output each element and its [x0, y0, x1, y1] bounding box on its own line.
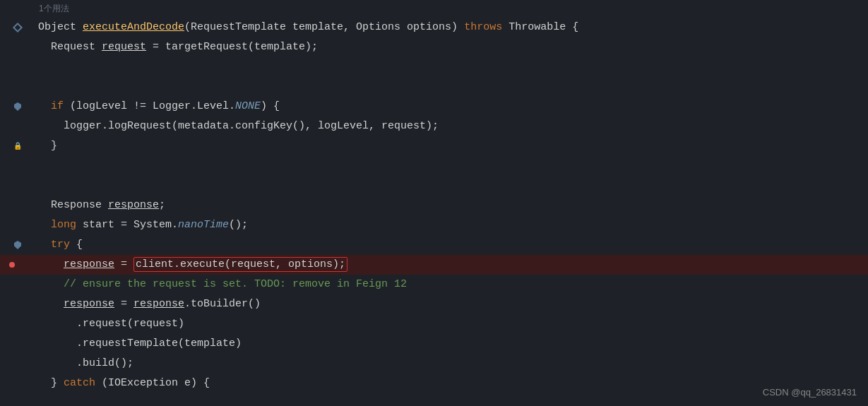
- code-line: response = client.execute(request, optio…: [0, 255, 868, 275]
- gutter: [0, 215, 35, 235]
- line-content: Request request = targetRequest(template…: [35, 37, 868, 57]
- token: response: [64, 298, 114, 310]
- gutter: [0, 275, 35, 294]
- token: nanoTime: [178, 219, 229, 231]
- line-content: long start = System.nanoTime();: [35, 215, 868, 235]
- gutter: [0, 294, 35, 314]
- token: }: [38, 140, 57, 152]
- code-line: Response response;: [0, 196, 868, 215]
- line-content: } catch (IOException e) {: [35, 374, 868, 393]
- token: [38, 278, 64, 290]
- empty-line: [0, 156, 868, 176]
- token: {: [70, 239, 83, 251]
- code-line: long start = System.nanoTime();: [0, 215, 868, 235]
- token: logger.logRequest(metadata.configKey(), …: [38, 120, 439, 132]
- token: catch: [64, 377, 95, 389]
- token: }: [38, 377, 64, 389]
- watermark: CSDN @qq_26831431: [763, 387, 857, 398]
- code-area: Object executeAndDecode(RequestTemplate …: [0, 18, 868, 393]
- line-content: Object executeAndDecode(RequestTemplate …: [35, 18, 868, 37]
- token: Request: [38, 41, 102, 53]
- gutter-reddot-icon: [12, 259, 23, 270]
- token: response: [108, 199, 159, 211]
- gutter: [0, 374, 35, 393]
- empty-line: [0, 57, 868, 77]
- usage-hint: 1个用法: [0, 0, 868, 18]
- line-content: .requestTemplate(template): [35, 334, 868, 354]
- token: throws: [464, 21, 502, 33]
- token: .toBuilder(): [184, 298, 261, 310]
- gutter: [0, 334, 35, 354]
- line-content: [35, 77, 868, 97]
- token: .build();: [38, 357, 133, 369]
- line-content: .build();: [35, 354, 868, 374]
- token: try: [51, 239, 70, 251]
- code-line: Request request = targetRequest(template…: [0, 37, 868, 57]
- token: [38, 239, 51, 251]
- gutter: [0, 57, 35, 77]
- code-line: try {: [0, 235, 868, 255]
- code-line: response = response.toBuilder(): [0, 294, 868, 314]
- token: =: [114, 298, 133, 310]
- token: long: [51, 219, 76, 231]
- line-content: response = client.execute(request, optio…: [35, 255, 868, 275]
- token: request: [102, 41, 146, 53]
- token: start = System.: [76, 219, 178, 231]
- token: executeAndDecode: [83, 21, 184, 33]
- gutter: [0, 235, 35, 255]
- token: [38, 219, 51, 231]
- gutter-shield-icon: [12, 239, 23, 251]
- line-content: }: [35, 136, 868, 156]
- line-content: [35, 57, 868, 77]
- token: // ensure the request is set. TODO: remo…: [64, 278, 407, 290]
- token: response: [64, 258, 114, 270]
- code-line: .request(request): [0, 314, 868, 334]
- breakpoint-dot: [9, 262, 15, 268]
- gutter: [0, 18, 35, 37]
- token: [38, 258, 64, 270]
- token: (RequestTemplate template, Options optio…: [184, 21, 464, 33]
- line-content: if (logLevel != Logger.Level.NONE) {: [35, 97, 868, 117]
- empty-line: [0, 77, 868, 97]
- code-line: // ensure the request is set. TODO: remo…: [0, 275, 868, 294]
- boxed-token: client.execute(request, options);: [133, 257, 347, 272]
- token: = targetRequest(template);: [146, 41, 318, 53]
- line-content: try {: [35, 235, 868, 255]
- code-line: if (logLevel != Logger.Level.NONE) {: [0, 97, 868, 117]
- token: ) {: [261, 100, 280, 112]
- gutter: [0, 156, 35, 176]
- gutter: [0, 314, 35, 334]
- line-content: // ensure the request is set. TODO: remo…: [35, 275, 868, 294]
- line-content: Response response;: [35, 196, 868, 215]
- line-content: [35, 156, 868, 176]
- token: response: [133, 298, 184, 310]
- code-line: } catch (IOException e) {: [0, 374, 868, 393]
- gutter: [0, 255, 35, 275]
- code-container: 1个用法 Object executeAndDecode(RequestTemp…: [0, 0, 868, 406]
- gutter: [0, 354, 35, 374]
- gutter-diamond-icon: [12, 22, 23, 33]
- token: =: [114, 258, 133, 270]
- token: [38, 100, 51, 112]
- gutter: 🔒: [0, 136, 35, 156]
- code-line: logger.logRequest(metadata.configKey(), …: [0, 117, 868, 136]
- gutter: [0, 176, 35, 196]
- token: ;: [159, 199, 165, 211]
- token: .requestTemplate(template): [38, 338, 242, 350]
- empty-line: [0, 176, 868, 196]
- line-content: logger.logRequest(metadata.configKey(), …: [35, 117, 868, 136]
- line-content: [35, 176, 868, 196]
- token: .request(request): [38, 318, 184, 330]
- gutter: [0, 196, 35, 215]
- gutter: [0, 77, 35, 97]
- line-content: .request(request): [35, 314, 868, 334]
- gutter-lock-icon: 🔒: [12, 141, 23, 152]
- highlighted-code-box: client.execute(request, options);: [133, 257, 347, 272]
- token: (logLevel != Logger.Level.: [64, 100, 235, 112]
- gutter: [0, 37, 35, 57]
- gutter-shield-icon: [12, 101, 23, 112]
- code-line: .build();: [0, 354, 868, 374]
- code-line: .requestTemplate(template): [0, 334, 868, 354]
- token: NONE: [235, 100, 261, 112]
- gutter: [0, 97, 35, 117]
